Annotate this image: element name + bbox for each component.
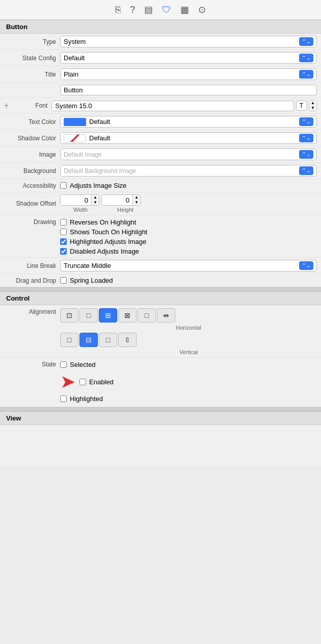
disabled-adjusts-checkbox[interactable] bbox=[60, 248, 67, 255]
image-select[interactable]: Default Image ⌃⌄ bbox=[60, 148, 317, 160]
spring-loaded-label: Spring Loaded bbox=[70, 277, 113, 284]
shows-touch-row: Shows Touch On Highlight bbox=[60, 228, 147, 236]
horizontal-label: Horizontal bbox=[60, 325, 317, 331]
reverses-highlight-checkbox[interactable] bbox=[60, 219, 67, 226]
accessibility-checkbox-row: Adjusts Image Size bbox=[60, 182, 126, 189]
adjusts-image-size-label: Adjusts Image Size bbox=[70, 182, 126, 189]
shadow-height-up[interactable]: ▲ bbox=[133, 195, 140, 200]
title-row: Title Plain ⌃⌄ bbox=[0, 66, 321, 83]
alignment-label: Alignment bbox=[4, 308, 60, 315]
reverses-row: Reverses On Highlight bbox=[60, 218, 147, 226]
vertical-buttons: □ ⊟ □ ⇳ bbox=[60, 333, 317, 347]
text-color-control[interactable]: Default ⌃⌄ bbox=[60, 116, 317, 128]
vertical-label: Vertical bbox=[60, 349, 317, 355]
document-icon[interactable]: ⎘ bbox=[115, 5, 121, 15]
font-stepper-down[interactable]: ▼ bbox=[309, 106, 316, 111]
state-config-row: State Config Default ⌃⌄ bbox=[0, 50, 321, 66]
align-vcenter-btn[interactable]: ⊟ bbox=[79, 333, 98, 347]
shows-touch-checkbox[interactable] bbox=[60, 229, 67, 235]
state-config-label: State Config bbox=[4, 55, 60, 62]
align-top-btn[interactable]: □ bbox=[60, 333, 78, 347]
enabled-checkbox[interactable] bbox=[79, 379, 86, 385]
line-break-chevron: ⌃⌄ bbox=[299, 261, 313, 270]
shadow-offset-controls: ▲ ▼ ▲ ▼ Width Height bbox=[60, 194, 317, 213]
forward-icon[interactable]: ⊙ bbox=[198, 4, 206, 15]
accessibility-row: Accessibility Adjusts Image Size bbox=[0, 179, 321, 192]
state-config-select[interactable]: Default ⌃⌄ bbox=[60, 52, 317, 64]
background-label: Background bbox=[4, 167, 60, 175]
enabled-row: Enabled bbox=[79, 378, 114, 386]
align-vfill-btn[interactable]: ⇳ bbox=[118, 333, 137, 347]
highlighted-adjusts-checkbox[interactable] bbox=[60, 238, 67, 245]
shadow-width-up[interactable]: ▲ bbox=[92, 195, 99, 200]
align-center-left-btn[interactable]: □ bbox=[79, 308, 98, 323]
font-input-group: T ▲ ▼ bbox=[51, 100, 317, 111]
control-section-title: Control bbox=[6, 294, 30, 302]
title-chevron: ⌃⌄ bbox=[299, 70, 313, 79]
title-value: Plain bbox=[64, 70, 78, 78]
spring-loaded-checkbox[interactable] bbox=[60, 277, 67, 284]
text-color-chevron: ⌃⌄ bbox=[299, 117, 313, 126]
align-right-btn[interactable]: □ bbox=[138, 308, 156, 323]
help-icon[interactable]: ? bbox=[130, 5, 135, 15]
type-value: System bbox=[64, 38, 86, 45]
font-stepper-up[interactable]: ▲ bbox=[309, 101, 316, 106]
align-left-btn[interactable]: ⊡ bbox=[60, 308, 78, 323]
state-config-chevron: ⌃⌄ bbox=[299, 54, 313, 62]
state-checkboxes: Selected ➤ Enabled Highlighted bbox=[60, 361, 114, 403]
spring-loaded-row: Spring Loaded bbox=[60, 277, 113, 284]
shadow-height-down[interactable]: ▼ bbox=[133, 200, 140, 205]
shadow-color-swatch bbox=[64, 134, 86, 142]
shadow-width-group: ▲ ▼ bbox=[60, 194, 99, 206]
font-input[interactable] bbox=[51, 101, 293, 111]
type-select[interactable]: System ⌃⌄ bbox=[60, 36, 317, 47]
shadow-offset-label: Shadow Offset bbox=[4, 200, 60, 207]
title-select[interactable]: Plain ⌃⌄ bbox=[60, 68, 317, 80]
align-fill-btn[interactable]: ⇹ bbox=[157, 308, 175, 323]
highlighted-row: Highlighted bbox=[60, 395, 114, 403]
align-bottom-btn[interactable]: □ bbox=[99, 333, 117, 347]
control-section-header: Control bbox=[0, 291, 321, 305]
inspector-icon[interactable]: ▦ bbox=[180, 4, 189, 15]
selected-row: Selected bbox=[60, 361, 114, 368]
view-section bbox=[0, 425, 321, 466]
accessibility-label: Accessibility bbox=[4, 182, 60, 189]
button-text-input[interactable] bbox=[60, 85, 317, 95]
shadow-width-down[interactable]: ▼ bbox=[92, 200, 99, 205]
plus-icon[interactable]: + bbox=[4, 101, 9, 110]
shadow-color-control[interactable]: Default ⌃⌄ bbox=[60, 132, 317, 144]
button-section-title: Button bbox=[6, 23, 28, 31]
line-break-label: Line Break bbox=[4, 262, 60, 269]
shadow-color-row: Shadow Color Default ⌃⌄ bbox=[0, 130, 321, 146]
type-label: Type bbox=[4, 38, 60, 45]
text-color-label: Text Color bbox=[4, 118, 60, 126]
list-icon[interactable]: ▤ bbox=[144, 4, 153, 15]
align-center-btn[interactable]: ⊞ bbox=[99, 308, 117, 323]
control-section: Alignment ⊡ □ ⊞ ⊠ □ ⇹ Horizontal □ ⊟ □ ⇳… bbox=[0, 305, 321, 407]
state-label: State bbox=[4, 361, 60, 368]
height-label: Height bbox=[105, 207, 146, 213]
shadow-width-input[interactable] bbox=[61, 195, 91, 205]
background-placeholder: Default Background Image bbox=[64, 167, 136, 175]
line-break-select[interactable]: Truncate Middle ⌃⌄ bbox=[60, 260, 317, 271]
shield-icon[interactable]: 🛡 bbox=[162, 5, 171, 15]
adjusts-image-size-checkbox[interactable] bbox=[60, 182, 67, 189]
font-row: + Font T ▲ ▼ bbox=[0, 98, 321, 114]
highlighted-adjusts-row: Highlighted Adjusts Image bbox=[60, 238, 147, 245]
highlighted-adjusts-label: Highlighted Adjusts Image bbox=[70, 238, 146, 245]
background-select[interactable]: Default Background Image ⌃⌄ bbox=[60, 165, 317, 177]
button-section-header: Button bbox=[0, 20, 321, 34]
highlighted-checkbox[interactable] bbox=[60, 395, 67, 402]
shadow-color-label: Shadow Color bbox=[4, 135, 60, 142]
text-color-value: Default bbox=[89, 118, 110, 126]
font-T-button[interactable]: T bbox=[296, 101, 307, 111]
enabled-label: Enabled bbox=[89, 378, 114, 386]
image-label: Image bbox=[4, 151, 60, 158]
selected-checkbox[interactable] bbox=[60, 361, 67, 368]
align-text-btn[interactable]: ⊠ bbox=[118, 308, 137, 323]
background-chevron: ⌃⌄ bbox=[299, 166, 313, 175]
enabled-annotation: ➤ Enabled bbox=[60, 370, 114, 393]
drag-drop-row: Drag and Drop Spring Loaded bbox=[0, 274, 321, 287]
shadow-height-input[interactable] bbox=[102, 195, 132, 205]
section-divider-1 bbox=[0, 287, 321, 291]
